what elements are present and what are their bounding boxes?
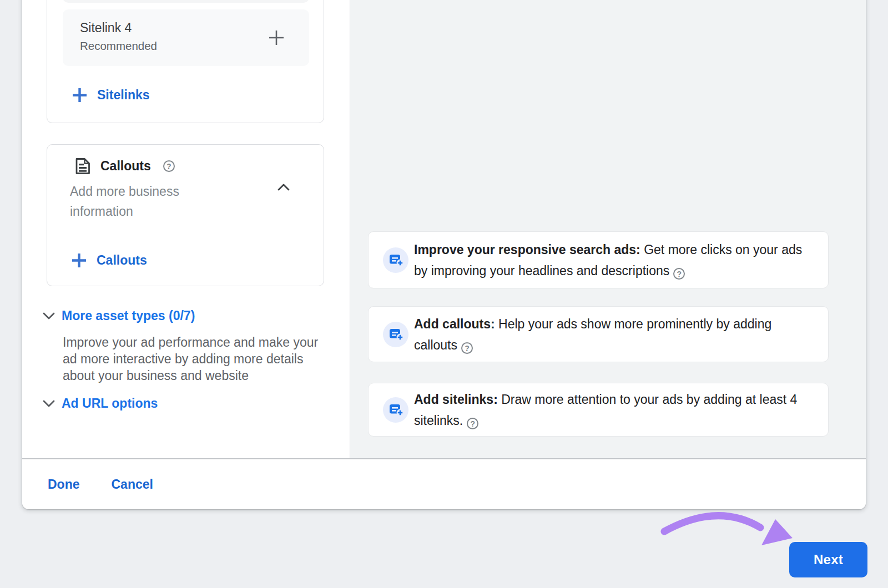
callouts-header: Callouts ?: [73, 156, 175, 176]
asset-types-panel: Sitelink 4 Recommended: [22, 0, 350, 458]
suggestion-improve-rsa[interactable]: Improve your responsive search ads: Get …: [368, 231, 829, 288]
sitelink-3-card-remnant: [63, 0, 309, 3]
callouts-title: Callouts: [100, 159, 151, 174]
ad-url-options-toggle[interactable]: Ad URL options: [41, 395, 158, 412]
callouts-help-icon[interactable]: ?: [163, 160, 175, 172]
suggestion-add-callouts[interactable]: Add callouts: Help your ads show more pr…: [368, 306, 829, 362]
cancel-button[interactable]: Cancel: [112, 477, 153, 492]
done-button[interactable]: Done: [48, 477, 80, 492]
dialog-content: Sitelink 4 Recommended: [22, 0, 866, 509]
next-button[interactable]: Next: [789, 542, 867, 577]
help-icon[interactable]: ?: [673, 268, 685, 280]
plus-icon: [71, 252, 87, 268]
sitelink-4-recommended-badge: Recommended: [80, 39, 157, 53]
callouts-subtitle: Add more business information: [70, 181, 214, 221]
add-callouts-button[interactable]: Callouts: [71, 252, 147, 268]
add-asset-icon: [383, 397, 408, 423]
add-asset-icon: [383, 247, 408, 273]
ad-url-options-label: Ad URL options: [62, 396, 158, 411]
page: Sitelink 4 Recommended: [0, 0, 888, 588]
suggestion-text: Add sitelinks: Draw more attention to yo…: [414, 389, 813, 431]
add-asset-icon: [383, 322, 408, 347]
more-asset-types-label: More asset types (0/7): [62, 308, 195, 323]
help-icon[interactable]: ?: [467, 418, 478, 429]
suggestion-lead: Add sitelinks:: [414, 392, 498, 407]
callouts-group-card: Callouts ? Add more business information: [47, 144, 324, 286]
add-callouts-label: Callouts: [97, 253, 147, 268]
asset-editor-dialog: Sitelink 4 Recommended: [22, 0, 866, 509]
sitelinks-group-card: Sitelink 4 Recommended: [47, 0, 324, 123]
help-icon[interactable]: ?: [461, 342, 473, 354]
dialog-footer: Done Cancel: [22, 458, 866, 509]
suggestion-lead: Improve your responsive search ads:: [414, 242, 640, 257]
more-asset-types-description: Improve your ad performance and make you…: [63, 334, 329, 384]
suggestion-lead: Add callouts:: [414, 317, 495, 331]
suggestion-text: Add callouts: Help your ads show more pr…: [414, 313, 813, 356]
suggestion-add-sitelinks[interactable]: Add sitelinks: Draw more attention to yo…: [368, 383, 829, 437]
document-icon: [73, 156, 92, 176]
chevron-down-icon: [41, 395, 57, 412]
plus-icon: [72, 87, 88, 103]
add-sitelinks-button[interactable]: Sitelinks: [72, 87, 150, 103]
suggestion-text: Improve your responsive search ads: Get …: [414, 239, 813, 281]
add-sitelink-4-plus-icon[interactable]: [267, 28, 286, 47]
sitelink-4-card[interactable]: Sitelink 4 Recommended: [63, 9, 309, 66]
suggestions-panel: Improve your responsive search ads: Get …: [350, 0, 866, 458]
sitelink-4-title: Sitelink 4: [80, 21, 132, 36]
more-asset-types-toggle[interactable]: More asset types (0/7): [41, 307, 195, 324]
add-sitelinks-label: Sitelinks: [97, 88, 150, 103]
chevron-down-icon: [41, 307, 57, 324]
chevron-up-icon[interactable]: [275, 179, 292, 196]
